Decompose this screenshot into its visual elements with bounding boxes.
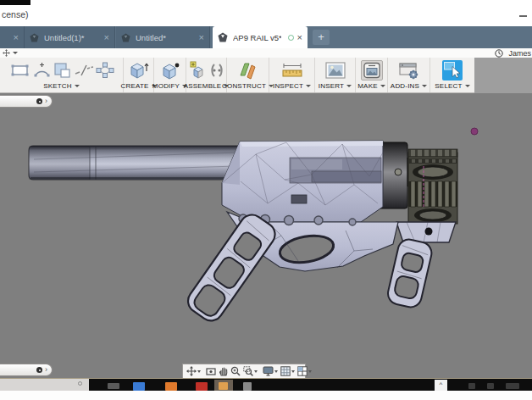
clock-icon[interactable] <box>495 49 503 58</box>
tab-untitled[interactable]: Untitled* × <box>116 26 210 48</box>
tab-ap9-rail-v5-active[interactable]: AP9 RAIL v5* × <box>213 26 308 48</box>
zoom-icon[interactable] <box>230 366 241 376</box>
orbit-icon[interactable] <box>186 366 202 376</box>
tab-partial[interactable]: × <box>0 26 25 48</box>
tab-untitled-1[interactable]: Untitled(1)* × <box>25 26 115 48</box>
show-hidden-icons-button[interactable]: ^ <box>435 380 447 391</box>
addins-icon[interactable] <box>399 62 419 80</box>
toolbar-label-modify[interactable]: MODIFY <box>152 82 180 90</box>
taskbar-app-icon-blue[interactable] <box>133 382 145 391</box>
expand-chevron-icon[interactable]: › <box>45 98 47 104</box>
move-icon[interactable] <box>3 49 10 57</box>
user-name[interactable]: James <box>508 49 531 58</box>
window-title: cense) <box>2 9 29 19</box>
taskbar-app-icon[interactable] <box>108 383 119 389</box>
display-settings-icon[interactable] <box>262 366 279 376</box>
dropdown-arrow-icon[interactable] <box>422 85 427 87</box>
sketch-line-icon[interactable] <box>74 63 94 78</box>
dropdown-arrow-icon[interactable] <box>346 85 352 87</box>
dropdown-arrow-icon[interactable] <box>465 85 470 87</box>
browser-panel-collapsed[interactable]: › <box>0 95 53 108</box>
new-tab-button[interactable]: + <box>313 30 330 45</box>
sketch-rectangle-icon[interactable] <box>9 63 30 78</box>
select-icon-active[interactable] <box>442 60 463 81</box>
toolbar-label-sketch[interactable]: SKETCH <box>43 82 72 90</box>
record-dot-icon <box>36 367 42 373</box>
modify-icon[interactable] <box>160 61 180 80</box>
sketch-arc-icon[interactable] <box>32 62 52 79</box>
model-barrel[interactable] <box>29 146 241 180</box>
windows-taskbar[interactable]: ^ <box>89 379 532 391</box>
construct-icon[interactable] <box>238 61 258 80</box>
toolbar-group-make: MAKE <box>356 58 388 92</box>
dropdown-arrow-icon[interactable] <box>13 52 18 54</box>
close-icon[interactable]: × <box>199 32 204 42</box>
minimize-button[interactable] <box>519 15 527 17</box>
main-toolbar: SKETCH CREATE MODIFY <box>0 58 532 93</box>
sketch-project-icon[interactable] <box>53 62 72 79</box>
taskbar-app-active[interactable] <box>214 380 233 391</box>
toolbar-label-inspect[interactable]: INSPECT <box>273 82 303 90</box>
fusion360-window: cense) × Untitled(1)* × Untitled* × AP9 … <box>0 0 532 400</box>
fusion-window-edge <box>0 379 89 391</box>
look-at-icon[interactable] <box>205 367 217 376</box>
model-viewport[interactable] <box>0 93 532 379</box>
dropdown-arrow-icon[interactable] <box>254 370 258 373</box>
tray-icon[interactable] <box>487 383 494 389</box>
model-upper-receiver[interactable] <box>222 141 383 222</box>
viewports-icon[interactable] <box>296 366 313 376</box>
comments-panel-collapsed[interactable]: › <box>0 364 53 376</box>
taskbar-app-icon-orange[interactable] <box>165 382 177 391</box>
close-icon[interactable]: × <box>104 32 109 42</box>
tray-icon[interactable] <box>506 383 519 389</box>
view-navigation-bar <box>182 364 306 379</box>
expand-chevron-icon[interactable]: › <box>45 367 47 373</box>
dropdown-arrow-icon[interactable] <box>291 370 295 373</box>
model-rear-grip[interactable] <box>385 237 434 309</box>
inspect-measure-icon[interactable] <box>281 62 303 79</box>
sketch-pattern-icon[interactable] <box>96 62 114 79</box>
toolbar-label-insert[interactable]: INSERT <box>319 82 344 90</box>
create-icon[interactable] <box>129 61 149 80</box>
taskbar-app-icon-red[interactable] <box>196 382 208 391</box>
make-3d-print-icon[interactable] <box>361 60 383 81</box>
tab-label: AP9 RAIL v5* <box>233 33 281 42</box>
fusion-document-icon <box>121 33 130 42</box>
taskbar-app-icon-gray[interactable] <box>243 382 252 391</box>
close-icon[interactable]: × <box>14 32 19 42</box>
dropdown-arrow-icon[interactable] <box>308 370 312 373</box>
fusion-document-icon <box>218 32 228 42</box>
insert-image-icon[interactable] <box>325 62 346 79</box>
pan-hand-icon[interactable] <box>218 366 229 376</box>
toolbar-label-make[interactable]: MAKE <box>357 82 377 90</box>
toolbar-group-sketch: SKETCH <box>0 58 124 92</box>
toolbar-group-inspect: INSPECT <box>269 58 315 92</box>
toolbar-label-select[interactable]: SELECT <box>435 82 462 90</box>
grid-settings-icon[interactable] <box>280 366 296 376</box>
dropdown-arrow-icon[interactable] <box>380 85 385 87</box>
dropdown-arrow-icon[interactable] <box>197 370 201 373</box>
toolbar-label-create[interactable]: CREATE <box>120 82 148 90</box>
assemble-components-icon[interactable] <box>190 61 208 80</box>
model-picatinny-rail[interactable] <box>408 149 457 224</box>
dropdown-arrow-icon[interactable] <box>274 370 278 373</box>
toolbar-group-construct: CONSTRUCT <box>227 58 269 92</box>
model-front-grip[interactable] <box>184 210 280 325</box>
scene-point-marker[interactable] <box>471 128 478 135</box>
toolbar-label-construct[interactable]: CONSTRUCT <box>222 82 266 90</box>
close-icon[interactable]: × <box>297 32 302 42</box>
sync-status-icon <box>288 35 294 41</box>
screen-corner-artifact <box>0 0 30 5</box>
tray-icon[interactable] <box>468 383 475 389</box>
toolbar-label-addins[interactable]: ADD-INS <box>391 82 419 90</box>
status-ring-icon <box>78 381 82 386</box>
zoom-window-icon[interactable] <box>242 366 258 376</box>
toolbar-label-assemble[interactable]: ASSEMBLE <box>184 82 222 90</box>
fusion-document-icon <box>30 33 39 42</box>
dropdown-arrow-icon[interactable] <box>75 85 80 87</box>
ap9-rail-model[interactable] <box>0 93 532 379</box>
toolbar-group-insert: INSERT <box>315 58 356 92</box>
tab-label: Untitled* <box>136 33 191 42</box>
assemble-joint-icon[interactable] <box>210 61 224 80</box>
dropdown-arrow-icon[interactable] <box>306 85 311 87</box>
